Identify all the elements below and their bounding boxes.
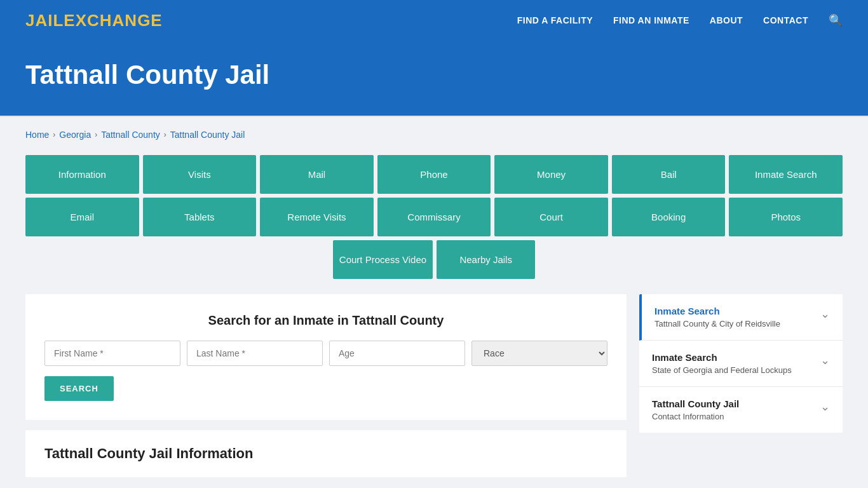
logo-jail: JAIL — [25, 11, 64, 30]
sidebar-card: Inmate Search Tattnall County & City of … — [639, 294, 843, 433]
breadcrumb-sep-2: › — [95, 130, 97, 139]
buttons-row-1: Information Visits Mail Phone Money Bail… — [25, 155, 843, 194]
nav-contact[interactable]: CONTACT — [763, 15, 808, 25]
btn-bail[interactable]: Bail — [612, 155, 726, 194]
sidebar-item-tattnall-title: Inmate Search — [654, 306, 780, 316]
sidebar-item-georgia-title: Inmate Search — [652, 352, 792, 363]
btn-commissary[interactable]: Commissary — [377, 198, 491, 236]
search-icon[interactable]: 🔍 — [829, 13, 843, 27]
category-buttons: Information Visits Mail Phone Money Bail… — [25, 155, 843, 279]
inmate-search-box: Search for an Inmate in Tattnall County … — [25, 294, 627, 420]
race-select[interactable]: Race White Black Hispanic Asian Other — [471, 341, 607, 366]
nav-find-facility[interactable]: FIND A FACILITY — [517, 15, 593, 25]
jail-info-section: Tattnall County Jail Information — [25, 430, 627, 477]
breadcrumb-tattnall-county[interactable]: Tattnall County — [101, 130, 160, 140]
btn-remote-visits[interactable]: Remote Visits — [260, 198, 374, 236]
breadcrumb-sep-3: › — [164, 130, 166, 139]
sidebar-item-georgia-search[interactable]: Inmate Search State of Georgia and Feder… — [639, 341, 843, 387]
nav-find-inmate[interactable]: FIND AN INMATE — [613, 15, 689, 25]
page-title: Tattnall County Jail — [25, 60, 843, 90]
chevron-down-icon-2: ⌄ — [820, 353, 830, 367]
btn-photos[interactable]: Photos — [729, 198, 843, 236]
hero-section: Tattnall County Jail — [0, 41, 868, 116]
btn-phone[interactable]: Phone — [377, 155, 491, 194]
sidebar-item-tattnall-subtitle: Tattnall County & City of Reidsville — [654, 319, 780, 329]
sidebar-item-tattnall-search[interactable]: Inmate Search Tattnall County & City of … — [639, 294, 843, 341]
sidebar: Inmate Search Tattnall County & City of … — [639, 294, 843, 433]
sidebar-item-contact-subtitle: Contact Information — [652, 412, 739, 421]
breadcrumb-sep-1: › — [53, 130, 55, 139]
sidebar-item-georgia-subtitle: State of Georgia and Federal Lockups — [652, 365, 792, 375]
logo[interactable]: JAILEXCHANGE — [25, 11, 163, 30]
sidebar-item-contact-title: Tattnall County Jail — [652, 398, 739, 409]
btn-booking[interactable]: Booking — [612, 198, 726, 236]
buttons-row-3: Court Process Video Nearby Jails — [25, 240, 843, 279]
main-nav: FIND A FACILITY FIND AN INMATE ABOUT CON… — [517, 13, 843, 27]
breadcrumb-home[interactable]: Home — [25, 130, 49, 140]
first-name-input[interactable] — [44, 341, 180, 366]
last-name-input[interactable] — [187, 341, 323, 366]
search-title: Search for an Inmate in Tattnall County — [44, 313, 607, 328]
btn-court[interactable]: Court — [494, 198, 608, 236]
btn-inmate-search[interactable]: Inmate Search — [729, 155, 843, 194]
chevron-down-icon: ⌄ — [820, 307, 830, 321]
age-input[interactable] — [329, 341, 465, 366]
sidebar-item-contact-info[interactable]: Tattnall County Jail Contact Information… — [639, 387, 843, 433]
logo-exchange: EXCHANGE — [64, 11, 162, 30]
content-area: Home › Georgia › Tattnall County › Tattn… — [0, 117, 868, 488]
btn-court-process-video[interactable]: Court Process Video — [333, 240, 433, 279]
breadcrumb: Home › Georgia › Tattnall County › Tattn… — [25, 130, 843, 140]
nav-about[interactable]: ABOUT — [710, 15, 743, 25]
header: JAILEXCHANGE FIND A FACILITY FIND AN INM… — [0, 0, 868, 41]
buttons-row-2: Email Tablets Remote Visits Commissary C… — [25, 198, 843, 236]
breadcrumb-georgia[interactable]: Georgia — [59, 130, 91, 140]
breadcrumb-current: Tattnall County Jail — [170, 130, 245, 140]
btn-nearby-jails[interactable]: Nearby Jails — [437, 240, 535, 279]
chevron-down-icon-3: ⌄ — [820, 400, 830, 414]
btn-mail[interactable]: Mail — [260, 155, 374, 194]
btn-tablets[interactable]: Tablets — [143, 198, 257, 236]
btn-email[interactable]: Email — [25, 198, 139, 236]
search-button[interactable]: SEARCH — [44, 376, 114, 401]
search-fields: Race White Black Hispanic Asian Other — [44, 341, 607, 366]
main-layout: Search for an Inmate in Tattnall County … — [25, 294, 843, 477]
jail-info-title: Tattnall County Jail Information — [44, 445, 607, 462]
btn-information[interactable]: Information — [25, 155, 139, 194]
btn-visits[interactable]: Visits — [143, 155, 257, 194]
btn-money[interactable]: Money — [494, 155, 608, 194]
